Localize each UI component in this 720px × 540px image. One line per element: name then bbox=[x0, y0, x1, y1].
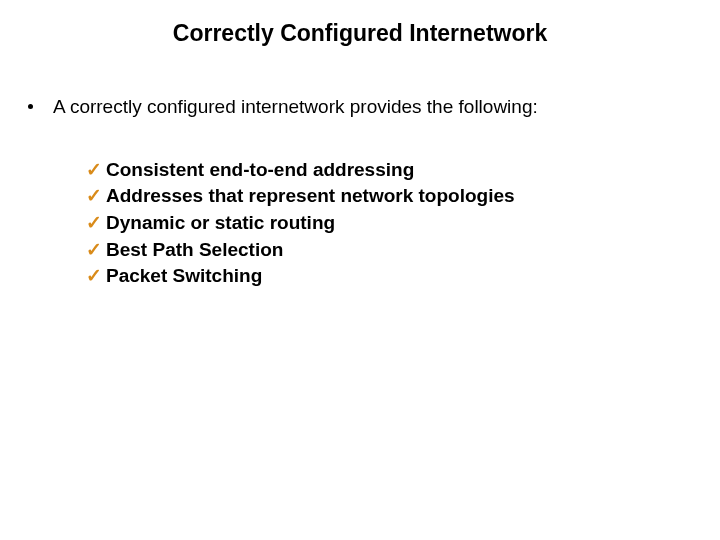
list-item: ✓ Dynamic or static routing bbox=[86, 211, 720, 236]
list-item-text: Packet Switching bbox=[106, 264, 262, 289]
list-item: ✓ Addresses that represent network topol… bbox=[86, 184, 720, 209]
slide-content: A correctly configured internetwork prov… bbox=[0, 95, 720, 289]
list-item-text: Addresses that represent network topolog… bbox=[106, 184, 515, 209]
check-icon: ✓ bbox=[86, 264, 102, 289]
list-item: ✓ Packet Switching bbox=[86, 264, 720, 289]
list-item-text: Consistent end-to-end addressing bbox=[106, 158, 414, 183]
lead-bullet: A correctly configured internetwork prov… bbox=[28, 95, 720, 120]
lead-text: A correctly configured internetwork prov… bbox=[53, 95, 538, 120]
list-item-text: Best Path Selection bbox=[106, 238, 283, 263]
check-icon: ✓ bbox=[86, 211, 102, 236]
check-icon: ✓ bbox=[86, 158, 102, 183]
check-list: ✓ Consistent end-to-end addressing ✓ Add… bbox=[28, 158, 720, 289]
check-icon: ✓ bbox=[86, 238, 102, 263]
slide-title: Correctly Configured Internetwork bbox=[0, 20, 720, 47]
list-item: ✓ Best Path Selection bbox=[86, 238, 720, 263]
list-item-text: Dynamic or static routing bbox=[106, 211, 335, 236]
check-icon: ✓ bbox=[86, 184, 102, 209]
list-item: ✓ Consistent end-to-end addressing bbox=[86, 158, 720, 183]
bullet-dot-icon bbox=[28, 104, 33, 109]
